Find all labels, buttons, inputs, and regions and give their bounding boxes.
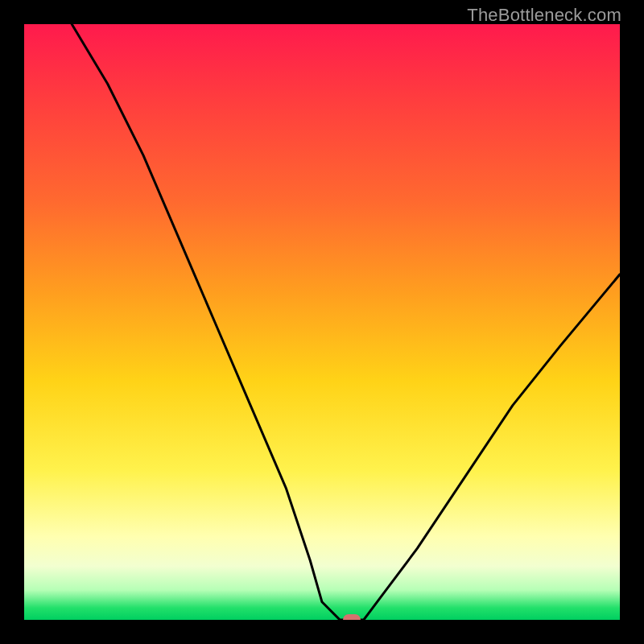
curve-svg	[24, 24, 620, 620]
watermark-text: TheBottleneck.com	[467, 5, 621, 26]
plot-area	[24, 24, 620, 620]
chart-stage: TheBottleneck.com	[0, 0, 644, 644]
valley-marker	[343, 614, 361, 620]
bottleneck-curve	[72, 24, 620, 620]
